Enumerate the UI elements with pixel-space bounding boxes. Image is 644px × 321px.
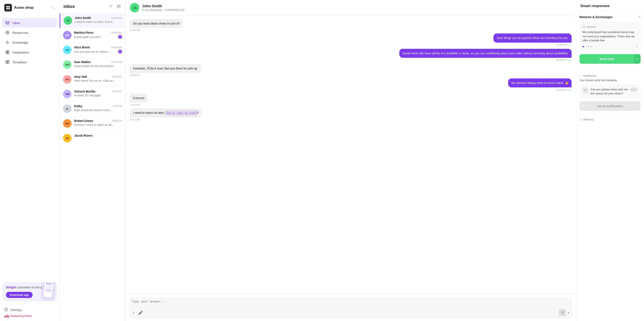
message-bubble: I need to return an item, how do I pack … [130, 108, 202, 117]
inbox-item-vincent-morillo[interactable]: VM Vincent Morillo 10/07/24 Hi there, it… [60, 87, 126, 102]
svg-rect-15 [8, 53, 9, 54]
message-row: Do you have black shoes in size 8? 06:58… [130, 19, 572, 31]
verification-toggle[interactable] [630, 87, 638, 92]
message-timestamp: 06:58 PM ✓✓ [556, 59, 572, 62]
message-text-part2: ? [197, 111, 199, 114]
sidebar: Acme shop ⌃⌄ Inbox Responses [0, 0, 60, 321]
chat-contact-sub: Via WhatsApp · +198685557166 [142, 8, 184, 12]
message-time: 06/06/24 [112, 119, 122, 122]
send-text-button[interactable]: Send text [580, 54, 634, 64]
message-time: 24/07/24 [112, 75, 122, 78]
add-attachment-button[interactable]: + [132, 310, 135, 315]
answer-text: We understand that sometimes items may n… [582, 30, 638, 43]
slide-dot-1[interactable] [582, 46, 584, 47]
slide-dot-4[interactable] [591, 46, 592, 47]
chat-separator: · [163, 8, 164, 12]
verification-label-text: Verification [583, 74, 597, 77]
avatar-vincent-morillo: VM [63, 90, 72, 98]
inbox-item-alice-brent[interactable]: AB Alice Brent Yesterday Can you give me… [60, 43, 126, 57]
double-check-icon: ✓✓ [567, 59, 572, 62]
responses-icon [5, 30, 10, 35]
avatar-kathy: K [63, 104, 72, 113]
message-row: Great news! We have plenty of it availab… [130, 49, 572, 62]
avatar-amy-hall: AH [63, 75, 72, 84]
svg-rect-13 [8, 51, 9, 52]
phone-illustration [41, 282, 56, 300]
message-text: No worries! Always here to lend a hand. … [511, 81, 568, 85]
powered-by-text: Powered by Polser [10, 314, 32, 317]
warning-label: ⚠ Warning [580, 118, 640, 121]
send-message-button[interactable] [559, 309, 566, 316]
inbox-item-martina-perez[interactable]: MP Martina Perez Yesterday Puedo pedir u… [60, 28, 126, 43]
message-time: Yesterday [111, 61, 122, 64]
message-preview: Hello there! Yes we do. Glad yo... [74, 79, 115, 82]
message-timestamp: 07:01 PM [130, 118, 140, 121]
promo-highlight: Delight [6, 286, 16, 289]
verification-card: ≡ Can you please share with me the reaso… [580, 84, 640, 99]
message-time: 11/06/24 [112, 105, 122, 108]
avatar-sam-walker: SW [63, 60, 72, 69]
chat-messages: Do you have black shoes in size 8? 06:58… [126, 16, 576, 294]
sidebar-item-label-inbox: Inbox [12, 21, 20, 25]
message-text: Sure thing! Let me quickly check our inv… [497, 36, 568, 40]
message-bubble: Sure thing! Let me quickly check our inv… [494, 34, 572, 43]
message-preview: Hi there! I need to return an ite... [74, 123, 114, 126]
inbox-item-jacob-rivers[interactable]: JR Jacob Rivers [60, 131, 126, 146]
sidebar-item-integrations[interactable]: Integrations [2, 48, 57, 57]
chat-header: JS John Smith Via WhatsApp · +1986855571… [126, 0, 576, 16]
compose-button[interactable] [116, 4, 122, 10]
message-preview: Great thanks for the information! [74, 64, 114, 68]
sidebar-item-templates[interactable]: Templates [2, 57, 57, 67]
slide-next-button[interactable]: › [636, 45, 638, 49]
message-row: Sure thing! Let me quickly check our inv… [130, 34, 572, 47]
promo-text-rest: customers on the go. [16, 286, 45, 289]
slide-dot-3[interactable] [588, 46, 590, 47]
message-timestamp: 06:59 PM ✓✓ [556, 88, 572, 91]
sidebar-item-knowledge[interactable]: Knowledge [2, 38, 57, 47]
inbox-item-john-smith[interactable]: JS John Smith Yesterday I need to return… [60, 13, 126, 28]
svg-point-5 [6, 31, 9, 34]
inbox-item-robert-green[interactable]: RG Robert Green 06/06/24 Hi there! I nee… [60, 116, 126, 131]
inbox-item-kathy[interactable]: K Kathy 11/06/24 https://www.dhl.com/es-… [60, 102, 126, 116]
sidebar-item-label-knowledge: Knowledge [12, 41, 28, 44]
contact-name: Sam Walker [74, 60, 91, 64]
voice-message-button[interactable]: 🎤 [138, 310, 143, 315]
message-bubble: No worries! Always here to lend a hand. … [508, 79, 572, 87]
send-verification-button[interactable]: Send verification [580, 101, 640, 111]
warning-icon: ⚠ [580, 118, 582, 121]
collapse-button[interactable]: − [638, 15, 640, 19]
sidebar-item-inbox[interactable]: Inbox [2, 18, 57, 28]
filter-button[interactable] [108, 4, 114, 10]
message-text: Do you have black shoes in size 8? [133, 22, 180, 25]
warning-label-text: Warning [583, 118, 594, 121]
slide-dot-2[interactable] [585, 46, 587, 47]
inbox-icon [5, 21, 10, 25]
expand-collapse-icon[interactable]: ⌃⌄ [50, 6, 55, 9]
svg-rect-16 [6, 61, 9, 61]
integrations-icon [5, 50, 10, 55]
logo-icon [4, 4, 12, 12]
inbox-panel: Inbox JS John Smith [60, 0, 126, 321]
inbox-item-sam-walker[interactable]: SW Sam Walker Yesterday Great thanks for… [60, 57, 126, 72]
section-title-returns: Returns & Exchanges − [580, 15, 640, 19]
sidebar-item-responses[interactable]: Responses [2, 28, 57, 37]
sidebar-header: Acme shop ⌃⌄ [0, 0, 60, 16]
download-app-button[interactable]: Download app [6, 292, 32, 298]
chat-input[interactable] [132, 300, 570, 306]
chat-phone: +198685557166 [164, 8, 184, 12]
more-send-options-button[interactable]: ▾ [568, 311, 570, 315]
svg-rect-14 [6, 53, 8, 54]
message-row: No worries! Always here to lend a hand. … [130, 79, 572, 91]
message-link[interactable]: how do I pack my shoes [166, 111, 197, 115]
inbox-item-amy-hall[interactable]: AH Amy Hall 24/07/24 Hello there! Yes we… [60, 72, 126, 87]
avatar-john-smith: JS [64, 16, 72, 25]
message-text: Great news! We have plenty of it availab… [402, 52, 568, 55]
slide-navigation: › [582, 45, 638, 49]
verification-card-text: Can you please share with me the reason … [590, 87, 628, 96]
unread-badge: 2 [118, 50, 122, 54]
slide-dots [582, 46, 592, 47]
send-text-dropdown-button[interactable]: ▾ [634, 54, 640, 64]
avatar-alice-brent: AB [63, 46, 72, 54]
sidebar-item-settings[interactable]: Settings [4, 307, 55, 312]
svg-rect-17 [6, 62, 8, 64]
